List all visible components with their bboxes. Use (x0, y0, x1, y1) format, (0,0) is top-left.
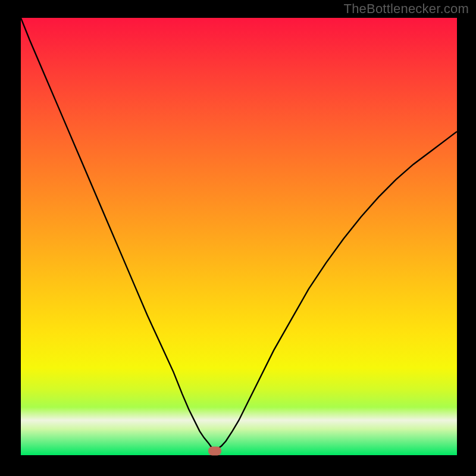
bottleneck-curve (21, 18, 457, 455)
optimal-point-marker (208, 446, 221, 455)
attribution-label: TheBottlenecker.com (344, 1, 469, 17)
chart-plot-area (21, 18, 457, 455)
